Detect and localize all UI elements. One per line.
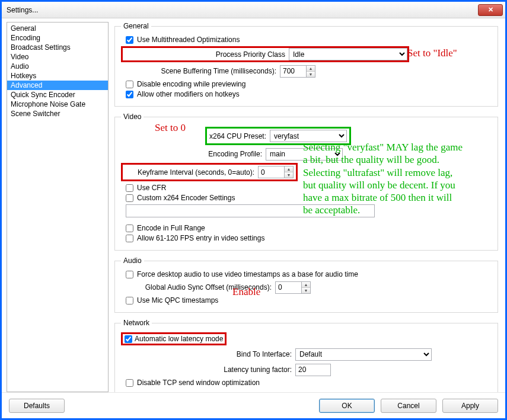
profile-label: Encoding Profile: [121, 150, 262, 158]
sidebar-item-hotkeys[interactable]: Hotkeys [7, 71, 108, 81]
cfr-checkbox[interactable] [126, 184, 133, 192]
buffering-spinner[interactable]: ▲▼ [306, 65, 315, 78]
main-panel: General Use Multithreaded Optimizations … [114, 22, 500, 392]
cancel-button[interactable]: Cancel [381, 399, 436, 413]
group-video: Video x264 CPU Preset: veryfast Encoding… [114, 113, 498, 251]
chevron-up-icon: ▲ [302, 282, 310, 288]
allow-fps-label: Allow 61-120 FPS entry in video settings [137, 234, 264, 242]
force-timestamps-checkbox[interactable] [126, 271, 133, 278]
mic-qpc-label: Use Mic QPC timestamps [137, 296, 218, 304]
chevron-down-icon: ▼ [307, 72, 315, 77]
multithread-label: Use Multithreaded Optimizations [137, 36, 240, 44]
latency-factor-input[interactable] [295, 364, 331, 376]
titlebar: Settings... ✕ [2, 2, 505, 18]
preset-select[interactable]: veryfast [270, 130, 347, 142]
disable-tcp-label: Disable TCP send window optimization [137, 379, 260, 387]
chevron-up-icon: ▲ [307, 66, 315, 72]
custom-x264-text[interactable] [126, 204, 375, 217]
disable-preview-label: Disable encoding while previewing [137, 80, 245, 88]
sidebar[interactable]: GeneralEncodingBroadcast SettingsVideoAu… [7, 22, 109, 392]
group-general: General Use Multithreaded Optimizations … [114, 22, 498, 107]
sidebar-item-scene-switcher[interactable]: Scene Switcher [7, 109, 108, 118]
sync-offset-label: Global Audio Sync Offset (milliseconds): [121, 283, 272, 291]
sidebar-item-encoding[interactable]: Encoding [7, 33, 108, 43]
mic-qpc-checkbox[interactable] [126, 297, 133, 304]
group-network-legend: Network [121, 319, 152, 327]
group-general-legend: General [121, 22, 151, 30]
sidebar-item-quick-sync-encoder[interactable]: Quick Sync Encoder [7, 90, 108, 100]
settings-window: Settings... ✕ GeneralEncodingBroadcast S… [2, 2, 505, 418]
sidebar-item-general[interactable]: General [7, 24, 108, 33]
force-timestamps-label: Force desktop audio to use video timesta… [137, 270, 358, 278]
preset-label: x264 CPU Preset: [209, 132, 270, 140]
full-range-checkbox[interactable] [126, 225, 133, 232]
close-icon: ✕ [488, 6, 493, 14]
sidebar-item-audio[interactable]: Audio [7, 62, 108, 71]
full-range-label: Encode in Full Range [137, 224, 205, 232]
disable-tcp-checkbox[interactable] [126, 379, 133, 387]
buffering-label: Scene Buffering Time (milliseconds): [121, 67, 276, 75]
keyframe-label: Keyframe Interval (seconds, 0=auto): [125, 168, 258, 177]
sidebar-item-video[interactable]: Video [7, 52, 108, 62]
low-latency-label: Automatic low latency mode [135, 335, 223, 343]
group-audio: Audio Force desktop audio to use video t… [114, 257, 498, 313]
buffering-input[interactable] [280, 65, 306, 78]
disable-preview-checkbox[interactable] [126, 81, 133, 88]
keyframe-input[interactable] [258, 166, 284, 178]
bind-select[interactable]: Default [295, 348, 432, 361]
chevron-up-icon: ▲ [285, 166, 293, 172]
footer: Defaults OK Cancel Apply [2, 392, 505, 418]
group-network: Network Automatic low latency mode Bind … [114, 319, 498, 392]
custom-x264-checkbox[interactable] [126, 194, 133, 202]
sync-offset-spinner[interactable]: ▲▼ [301, 281, 311, 294]
sidebar-item-microphone-noise-gate[interactable]: Microphone Noise Gate [7, 100, 108, 109]
group-audio-legend: Audio [121, 257, 144, 265]
low-latency-checkbox[interactable] [125, 335, 132, 343]
chevron-down-icon: ▼ [302, 288, 310, 293]
allow-modifiers-label: Allow other modifiers on hotkeys [137, 90, 240, 98]
apply-button[interactable]: Apply [442, 399, 498, 413]
custom-x264-label: Custom x264 Encoder Settings [137, 194, 235, 202]
allow-fps-checkbox[interactable] [126, 235, 133, 242]
sidebar-item-advanced[interactable]: Advanced [7, 81, 108, 90]
latency-factor-label: Latency tuning factor: [121, 366, 292, 374]
window-title: Settings... [7, 6, 478, 14]
buffering-input-wrap: ▲▼ [280, 65, 315, 78]
priority-label: Process Priority Class [123, 50, 289, 59]
sidebar-item-broadcast-settings[interactable]: Broadcast Settings [7, 43, 108, 52]
allow-modifiers-checkbox[interactable] [126, 91, 133, 98]
multithread-checkbox[interactable] [126, 36, 133, 44]
bind-label: Bind To Interface: [121, 350, 292, 358]
group-video-legend: Video [121, 113, 144, 121]
keyframe-spinner[interactable]: ▲▼ [284, 166, 294, 178]
close-button[interactable]: ✕ [478, 4, 503, 16]
defaults-button[interactable]: Defaults [9, 399, 65, 413]
ok-button[interactable]: OK [319, 399, 375, 413]
cfr-label: Use CFR [137, 184, 166, 192]
priority-select[interactable]: Idle [289, 48, 407, 60]
chevron-down-icon: ▼ [285, 172, 293, 178]
sync-offset-input[interactable] [275, 281, 301, 294]
profile-select[interactable]: main [266, 148, 343, 161]
